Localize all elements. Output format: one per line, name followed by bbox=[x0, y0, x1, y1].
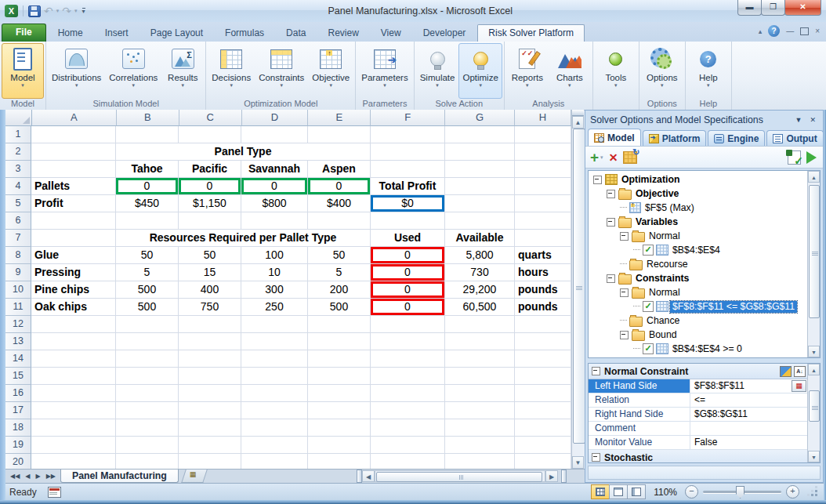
tree-item-chance[interactable]: Chance bbox=[589, 314, 808, 328]
ribbon-tab-formulas[interactable]: Formulas bbox=[215, 25, 274, 42]
tree-item-b-4-e-4-0[interactable]: ✓$B$4:$E$4 >= 0 bbox=[589, 342, 808, 356]
cell-G11[interactable]: 60,500 bbox=[445, 299, 515, 316]
cell-E17[interactable] bbox=[308, 402, 371, 419]
cell-B7[interactable]: Resources Required per Pallet Type bbox=[116, 230, 371, 247]
cell-B8[interactable]: 50 bbox=[116, 247, 179, 264]
cell-G3[interactable] bbox=[445, 161, 515, 178]
column-header-e[interactable]: E bbox=[308, 110, 371, 126]
reports-button[interactable]: ✓✓Reports▼ bbox=[506, 43, 549, 99]
row-header-17[interactable]: 17 bbox=[5, 402, 31, 419]
last-sheet-icon[interactable]: ▶▶ bbox=[44, 472, 58, 480]
pane-tab-output[interactable]: Output bbox=[766, 130, 823, 146]
cell-F5[interactable]: $0 bbox=[371, 195, 445, 212]
charts-button[interactable]: Charts▼ bbox=[549, 43, 591, 99]
cell-H10[interactable]: pounds bbox=[515, 281, 571, 299]
tab-split-handle[interactable] bbox=[357, 470, 362, 483]
cell-F8[interactable]: 0 bbox=[371, 247, 445, 264]
first-sheet-icon[interactable]: ◀◀ bbox=[8, 472, 22, 480]
row-header-3[interactable]: 3 bbox=[5, 161, 31, 178]
checkbox-checked-icon[interactable]: ✓ bbox=[643, 245, 654, 256]
cell-F20[interactable] bbox=[371, 454, 445, 469]
cell-E10[interactable]: 200 bbox=[308, 281, 371, 299]
column-header-c[interactable]: C bbox=[179, 110, 242, 126]
minimize-ribbon-icon[interactable]: ▴ bbox=[759, 27, 763, 35]
collapse-icon[interactable] bbox=[593, 176, 602, 184]
cell-C17[interactable] bbox=[179, 402, 241, 419]
cell-E4[interactable]: 0 bbox=[308, 178, 371, 195]
cell-C5[interactable]: $1,150 bbox=[179, 195, 241, 212]
redo-icon[interactable]: ↷ bbox=[62, 5, 71, 16]
cell-H2[interactable] bbox=[515, 143, 571, 161]
column-header-d[interactable]: D bbox=[242, 110, 309, 126]
cell-G10[interactable]: 29,200 bbox=[445, 281, 515, 299]
checkbox-checked-icon[interactable]: ✓ bbox=[643, 301, 654, 312]
props-scroll-thumb[interactable] bbox=[809, 390, 820, 422]
hscroll-split-handle[interactable] bbox=[561, 470, 567, 483]
cell-C18[interactable] bbox=[179, 419, 241, 437]
ribbon-tab-page-layout[interactable]: Page Layout bbox=[140, 25, 213, 42]
alphabetical-sort-icon[interactable]: A↓ bbox=[794, 366, 806, 377]
collapse-icon[interactable] bbox=[607, 218, 615, 227]
row-header-12[interactable]: 12 bbox=[5, 316, 31, 333]
cell-C9[interactable]: 15 bbox=[179, 264, 241, 281]
cell-F18[interactable] bbox=[371, 419, 445, 437]
property-row-relation[interactable]: Relation<= bbox=[589, 393, 808, 408]
cell-H4[interactable] bbox=[515, 178, 571, 195]
column-header-a[interactable]: A bbox=[32, 110, 117, 126]
cell-G14[interactable] bbox=[445, 350, 515, 368]
cell-B18[interactable] bbox=[116, 419, 179, 437]
cell-B13[interactable] bbox=[116, 333, 179, 350]
collapse-icon[interactable] bbox=[620, 232, 629, 241]
cell-F6[interactable] bbox=[371, 212, 445, 230]
tree-scrollbar[interactable]: ▲ ▼ bbox=[807, 171, 820, 357]
collapse-icon[interactable] bbox=[620, 288, 629, 297]
cell-A3[interactable] bbox=[31, 161, 116, 178]
cell-E1[interactable] bbox=[308, 126, 371, 143]
tree-item-b-4-e-4[interactable]: ✓$B$4:$E$4 bbox=[589, 243, 808, 257]
cell-D8[interactable]: 100 bbox=[241, 247, 308, 264]
props-section-stochastic[interactable]: Stochastic bbox=[589, 450, 808, 463]
tree-item-normal[interactable]: Normal bbox=[589, 229, 808, 243]
help-icon[interactable]: ? bbox=[768, 25, 780, 37]
cell-H9[interactable]: hours bbox=[515, 264, 571, 281]
cell-D9[interactable]: 10 bbox=[241, 264, 308, 281]
row-header-11[interactable]: 11 bbox=[5, 299, 31, 316]
cell-B20[interactable] bbox=[116, 454, 179, 469]
refresh-model-icon[interactable] bbox=[623, 151, 637, 164]
cell-G20[interactable] bbox=[445, 454, 515, 469]
simulate-button[interactable]: Simulate▼ bbox=[416, 43, 459, 99]
parameters-button[interactable]: Parameters▼ bbox=[357, 43, 411, 99]
cell-B2[interactable]: Panel Type bbox=[116, 143, 371, 161]
ribbon-tab-review[interactable]: Review bbox=[317, 25, 368, 42]
tree-scroll-thumb[interactable] bbox=[809, 185, 820, 318]
cell-D4[interactable]: 0 bbox=[241, 178, 308, 195]
constraints-button[interactable]: Constraints▼ bbox=[255, 43, 308, 99]
cell-F9[interactable]: 0 bbox=[371, 264, 445, 281]
horizontal-scroll-thumb[interactable] bbox=[376, 472, 542, 482]
cell-H15[interactable] bbox=[515, 368, 571, 385]
cell-G13[interactable] bbox=[445, 333, 515, 350]
props-scroll-down-icon[interactable]: ▼ bbox=[808, 451, 820, 462]
cell-E9[interactable]: 5 bbox=[308, 264, 371, 281]
cell-B9[interactable]: 5 bbox=[116, 264, 179, 281]
row-header-10[interactable]: 10 bbox=[5, 281, 31, 299]
pane-tab-engine[interactable]: Engine bbox=[708, 130, 765, 146]
cell-F13[interactable] bbox=[371, 333, 445, 350]
cell-A12[interactable] bbox=[31, 316, 116, 333]
row-header-20[interactable]: 20 bbox=[5, 454, 31, 469]
objective-button[interactable]: Objective▼ bbox=[308, 43, 353, 99]
cell-F2[interactable] bbox=[371, 143, 445, 161]
column-header-f[interactable]: F bbox=[371, 110, 445, 126]
cell-E5[interactable]: $400 bbox=[308, 195, 371, 212]
cell-D5[interactable]: $800 bbox=[241, 195, 308, 212]
tree-item-recourse[interactable]: Recourse bbox=[589, 257, 808, 271]
close-button[interactable]: ✕ bbox=[784, 0, 821, 16]
cell-H7[interactable] bbox=[515, 230, 571, 247]
cell-F19[interactable] bbox=[371, 437, 445, 454]
cell-E13[interactable] bbox=[308, 333, 371, 350]
vertical-scrollbar[interactable]: ▲ ▼ bbox=[571, 110, 584, 469]
cell-H17[interactable] bbox=[515, 402, 571, 419]
row-header-1[interactable]: 1 bbox=[5, 126, 31, 143]
cell-E3[interactable]: Aspen bbox=[308, 161, 371, 178]
collapse-icon[interactable] bbox=[607, 274, 615, 283]
